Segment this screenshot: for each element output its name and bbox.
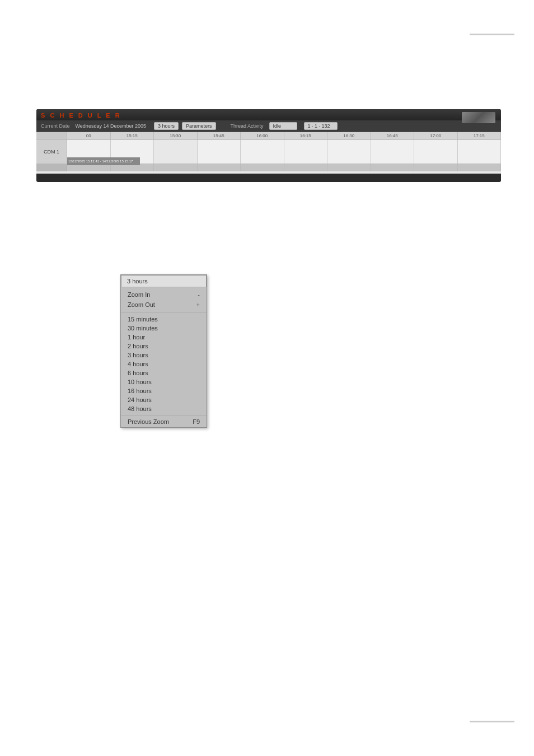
option-2hours[interactable]: 2 hours (121, 342, 207, 351)
timeline-container: 00 15:15 15:30 15:45 16:00 16:15 16:30 1… (36, 132, 501, 174)
footer-cell-3 (198, 164, 241, 171)
footer-label-col (36, 164, 67, 171)
zoom-out-shortcut: + (196, 301, 200, 308)
previous-zoom-label: Previous Zoom (128, 418, 169, 425)
cell-8 (414, 140, 458, 164)
footer-cell-5 (284, 164, 328, 171)
timestamp-bar: 12/12/2005 15:12:41 - 14/12/2005 15:15:1… (67, 157, 140, 165)
tick-6: 16:30 (327, 132, 371, 139)
scheduler-title: S C H E D U L E R (41, 112, 121, 119)
footer-cell-6 (327, 164, 371, 171)
footer-cell-8 (414, 164, 458, 171)
tick-2: 15:30 (154, 132, 198, 139)
tick-5: 16:15 (284, 132, 328, 139)
timeline-header: 00 15:15 15:30 15:45 16:00 16:15 16:30 1… (36, 132, 501, 140)
zoom-button[interactable]: 3 hours (154, 122, 179, 130)
option-6hours[interactable]: 6 hours (121, 368, 207, 377)
tick-4: 16:00 (241, 132, 284, 139)
footer-cell-4 (241, 164, 284, 171)
footer-cell-9 (458, 164, 502, 171)
option-24hours[interactable]: 24 hours (121, 395, 207, 404)
cell-5 (284, 140, 328, 164)
bottom-corner-decoration (470, 721, 514, 722)
previous-zoom-shortcut: F9 (193, 418, 200, 425)
cell-9 (458, 140, 502, 164)
scheduler-toolbar: Current Date Wednesday 14 December 2005 … (36, 120, 501, 132)
cell-4 (241, 140, 284, 164)
thread-activity-label: Thread Activity (231, 123, 264, 129)
option-48hours[interactable]: 48 hours (121, 404, 207, 413)
option-1hour[interactable]: 1 hour (121, 333, 207, 342)
option-3hours[interactable]: 3 hours (121, 351, 207, 360)
zoom-in-label: Zoom In (128, 291, 150, 298)
cell-3 (198, 140, 241, 164)
cell-2 (154, 140, 198, 164)
thread-range: 1 · 1 · 132 (304, 122, 338, 130)
time-options-section: 15 minutes 30 minutes 1 hour 2 hours 3 h… (121, 312, 207, 416)
tick-3: 15:45 (198, 132, 241, 139)
scheduler-logo (462, 112, 495, 123)
timeline-ticks: 00 15:15 15:30 15:45 16:00 16:15 16:30 1… (67, 132, 501, 139)
zoom-dropdown-menu: 3 hours Zoom In - Zoom Out + 15 minutes … (120, 274, 207, 428)
option-30min[interactable]: 30 minutes (121, 324, 207, 333)
tick-7: 16:45 (371, 132, 415, 139)
zoom-in-item[interactable]: Zoom In - (121, 290, 207, 300)
footer-cell-2 (154, 164, 198, 171)
tick-8: 17:00 (414, 132, 458, 139)
zoom-section: Zoom In - Zoom Out + (121, 287, 207, 312)
cell-6 (327, 140, 371, 164)
timeline-label-col-header (36, 132, 67, 139)
dropdown-current-zoom-button[interactable]: 3 hours (121, 275, 207, 287)
top-corner-decoration (470, 34, 514, 35)
option-10hours[interactable]: 10 hours (121, 377, 207, 386)
previous-zoom-item[interactable]: Previous Zoom F9 (121, 416, 207, 427)
option-16hours[interactable]: 16 hours (121, 386, 207, 395)
scheduler-header: S C H E D U L E R (36, 109, 501, 120)
zoom-out-label: Zoom Out (128, 301, 155, 308)
parameters-button[interactable]: Parameters (182, 122, 216, 130)
zoom-out-item[interactable]: Zoom Out + (121, 300, 207, 310)
tick-9: 17:15 (458, 132, 502, 139)
scheduler-panel: S C H E D U L E R Current Date Wednesday… (36, 109, 501, 182)
tick-0: 00 (67, 132, 111, 139)
timestamp-text: 12/12/2005 15:12:41 - 14/12/2005 15:15:1… (68, 160, 133, 163)
current-date-label: Current Date (41, 123, 70, 129)
option-15min[interactable]: 15 minutes (121, 315, 207, 324)
tick-1: 15:15 (111, 132, 154, 139)
row-label-cdm1: CDM 1 (36, 140, 67, 164)
footer-cell-7 (371, 164, 415, 171)
date-value: Wednesday 14 December 2005 (76, 123, 146, 129)
thread-activity-dropdown[interactable]: Idle (269, 122, 297, 130)
zoom-in-shortcut: - (198, 291, 200, 298)
cell-7 (371, 140, 415, 164)
option-4hours[interactable]: 4 hours (121, 360, 207, 368)
